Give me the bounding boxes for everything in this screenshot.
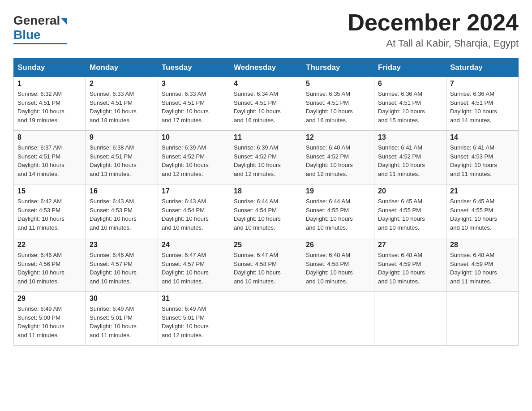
day-info-2: Sunrise: 6:33 AMSunset: 4:51 PMDaylight:… xyxy=(90,90,154,124)
day-number-10: 10 xyxy=(162,133,226,141)
day-cell-10: 10Sunrise: 6:39 AMSunset: 4:52 PMDayligh… xyxy=(158,131,230,184)
empty-cell xyxy=(302,292,374,346)
logo: General Blue xyxy=(13,13,67,44)
day-info-30: Sunrise: 6:49 AMSunset: 5:01 PMDaylight:… xyxy=(90,304,154,339)
month-title: December 2024 xyxy=(348,9,519,36)
week-row-1: 1Sunrise: 6:32 AMSunset: 4:51 PMDaylight… xyxy=(14,77,519,131)
day-info-11: Sunrise: 6:39 AMSunset: 4:52 PMDaylight:… xyxy=(234,143,298,178)
day-info-29: Sunrise: 6:49 AMSunset: 5:00 PMDaylight:… xyxy=(17,304,82,339)
day-cell-13: 13Sunrise: 6:41 AMSunset: 4:52 PMDayligh… xyxy=(374,131,446,184)
day-cell-12: 12Sunrise: 6:40 AMSunset: 4:52 PMDayligh… xyxy=(302,131,374,184)
day-number-27: 27 xyxy=(378,241,442,249)
day-info-18: Sunrise: 6:44 AMSunset: 4:54 PMDaylight:… xyxy=(234,197,298,232)
col-header-saturday: Saturday xyxy=(446,59,519,77)
day-cell-5: 5Sunrise: 6:35 AMSunset: 4:51 PMDaylight… xyxy=(302,77,374,131)
day-cell-1: 1Sunrise: 6:32 AMSunset: 4:51 PMDaylight… xyxy=(14,77,86,131)
day-number-20: 20 xyxy=(378,187,442,195)
day-number-4: 4 xyxy=(234,80,298,88)
day-cell-27: 27Sunrise: 6:48 AMSunset: 4:59 PMDayligh… xyxy=(374,238,446,292)
day-info-6: Sunrise: 6:36 AMSunset: 4:51 PMDaylight:… xyxy=(378,90,442,124)
day-info-19: Sunrise: 6:44 AMSunset: 4:55 PMDaylight:… xyxy=(306,197,370,232)
location-subtitle: At Tall al Kabir, Sharqia, Egypt xyxy=(348,38,519,49)
calendar-header-row: SundayMondayTuesdayWednesdayThursdayFrid… xyxy=(14,59,519,77)
day-number-23: 23 xyxy=(90,241,154,249)
day-info-22: Sunrise: 6:46 AMSunset: 4:56 PMDaylight:… xyxy=(17,251,82,286)
day-info-10: Sunrise: 6:39 AMSunset: 4:52 PMDaylight:… xyxy=(162,143,226,178)
day-info-14: Sunrise: 6:41 AMSunset: 4:53 PMDaylight:… xyxy=(450,143,515,178)
day-number-31: 31 xyxy=(162,295,226,303)
day-cell-4: 4Sunrise: 6:34 AMSunset: 4:51 PMDaylight… xyxy=(230,77,302,131)
day-cell-28: 28Sunrise: 6:48 AMSunset: 4:59 PMDayligh… xyxy=(446,238,519,292)
day-info-7: Sunrise: 6:36 AMSunset: 4:51 PMDaylight:… xyxy=(450,90,515,124)
empty-cell xyxy=(374,292,446,346)
day-number-24: 24 xyxy=(162,241,226,249)
col-header-tuesday: Tuesday xyxy=(158,59,230,77)
day-info-5: Sunrise: 6:35 AMSunset: 4:51 PMDaylight:… xyxy=(306,90,370,124)
day-cell-2: 2Sunrise: 6:33 AMSunset: 4:51 PMDaylight… xyxy=(86,77,158,131)
day-number-2: 2 xyxy=(90,80,154,88)
day-cell-9: 9Sunrise: 6:38 AMSunset: 4:51 PMDaylight… xyxy=(86,131,158,184)
day-cell-8: 8Sunrise: 6:37 AMSunset: 4:51 PMDaylight… xyxy=(14,131,86,184)
day-info-9: Sunrise: 6:38 AMSunset: 4:51 PMDaylight:… xyxy=(90,143,154,178)
day-cell-18: 18Sunrise: 6:44 AMSunset: 4:54 PMDayligh… xyxy=(230,184,302,238)
empty-cell xyxy=(230,292,302,346)
day-cell-19: 19Sunrise: 6:44 AMSunset: 4:55 PMDayligh… xyxy=(302,184,374,238)
day-number-6: 6 xyxy=(378,80,442,88)
day-number-22: 22 xyxy=(17,241,82,249)
week-row-3: 15Sunrise: 6:42 AMSunset: 4:53 PMDayligh… xyxy=(14,184,519,238)
logo-underline xyxy=(13,43,67,44)
day-info-24: Sunrise: 6:47 AMSunset: 4:57 PMDaylight:… xyxy=(162,251,226,286)
day-cell-17: 17Sunrise: 6:43 AMSunset: 4:54 PMDayligh… xyxy=(158,184,230,238)
day-info-31: Sunrise: 6:49 AMSunset: 5:01 PMDaylight:… xyxy=(162,304,226,339)
day-cell-7: 7Sunrise: 6:36 AMSunset: 4:51 PMDaylight… xyxy=(446,77,519,131)
day-number-18: 18 xyxy=(234,187,298,195)
day-info-21: Sunrise: 6:45 AMSunset: 4:55 PMDaylight:… xyxy=(450,197,515,232)
day-cell-26: 26Sunrise: 6:48 AMSunset: 4:58 PMDayligh… xyxy=(302,238,374,292)
day-cell-24: 24Sunrise: 6:47 AMSunset: 4:57 PMDayligh… xyxy=(158,238,230,292)
day-number-3: 3 xyxy=(162,80,226,88)
empty-cell xyxy=(446,292,519,346)
logo-arrow-icon xyxy=(61,18,67,25)
logo-general-text: General xyxy=(13,13,60,28)
day-info-15: Sunrise: 6:42 AMSunset: 4:53 PMDaylight:… xyxy=(17,197,82,232)
day-info-13: Sunrise: 6:41 AMSunset: 4:52 PMDaylight:… xyxy=(378,143,442,178)
day-info-4: Sunrise: 6:34 AMSunset: 4:51 PMDaylight:… xyxy=(234,90,298,124)
week-row-2: 8Sunrise: 6:37 AMSunset: 4:51 PMDaylight… xyxy=(14,131,519,184)
day-number-17: 17 xyxy=(162,187,226,195)
day-info-1: Sunrise: 6:32 AMSunset: 4:51 PMDaylight:… xyxy=(17,90,82,124)
day-cell-22: 22Sunrise: 6:46 AMSunset: 4:56 PMDayligh… xyxy=(14,238,86,292)
day-info-3: Sunrise: 6:33 AMSunset: 4:51 PMDaylight:… xyxy=(162,90,226,124)
day-info-12: Sunrise: 6:40 AMSunset: 4:52 PMDaylight:… xyxy=(306,143,370,178)
day-number-21: 21 xyxy=(450,187,515,195)
day-cell-31: 31Sunrise: 6:49 AMSunset: 5:01 PMDayligh… xyxy=(158,292,230,346)
day-number-12: 12 xyxy=(306,133,370,141)
col-header-monday: Monday xyxy=(86,59,158,77)
day-info-26: Sunrise: 6:48 AMSunset: 4:58 PMDaylight:… xyxy=(306,251,370,286)
day-number-11: 11 xyxy=(234,133,298,141)
day-info-8: Sunrise: 6:37 AMSunset: 4:51 PMDaylight:… xyxy=(17,143,82,178)
day-number-1: 1 xyxy=(17,80,82,88)
col-header-thursday: Thursday xyxy=(302,59,374,77)
day-cell-21: 21Sunrise: 6:45 AMSunset: 4:55 PMDayligh… xyxy=(446,184,519,238)
page-header: General Blue December 2024 At Tall al Ka… xyxy=(13,9,519,49)
day-number-9: 9 xyxy=(90,133,154,141)
day-number-25: 25 xyxy=(234,241,298,249)
day-info-17: Sunrise: 6:43 AMSunset: 4:54 PMDaylight:… xyxy=(162,197,226,232)
day-number-30: 30 xyxy=(90,295,154,303)
day-number-28: 28 xyxy=(450,241,515,249)
day-number-26: 26 xyxy=(306,241,370,249)
day-number-29: 29 xyxy=(17,295,82,303)
col-header-wednesday: Wednesday xyxy=(230,59,302,77)
day-number-8: 8 xyxy=(17,133,82,141)
day-cell-15: 15Sunrise: 6:42 AMSunset: 4:53 PMDayligh… xyxy=(14,184,86,238)
col-header-friday: Friday xyxy=(374,59,446,77)
day-info-27: Sunrise: 6:48 AMSunset: 4:59 PMDaylight:… xyxy=(378,251,442,286)
day-number-14: 14 xyxy=(450,133,515,141)
day-cell-16: 16Sunrise: 6:43 AMSunset: 4:53 PMDayligh… xyxy=(86,184,158,238)
title-area: December 2024 At Tall al Kabir, Sharqia,… xyxy=(348,9,519,49)
col-header-sunday: Sunday xyxy=(14,59,86,77)
day-info-23: Sunrise: 6:46 AMSunset: 4:57 PMDaylight:… xyxy=(90,251,154,286)
day-info-25: Sunrise: 6:47 AMSunset: 4:58 PMDaylight:… xyxy=(234,251,298,286)
day-info-20: Sunrise: 6:45 AMSunset: 4:55 PMDaylight:… xyxy=(378,197,442,232)
day-cell-29: 29Sunrise: 6:49 AMSunset: 5:00 PMDayligh… xyxy=(14,292,86,346)
